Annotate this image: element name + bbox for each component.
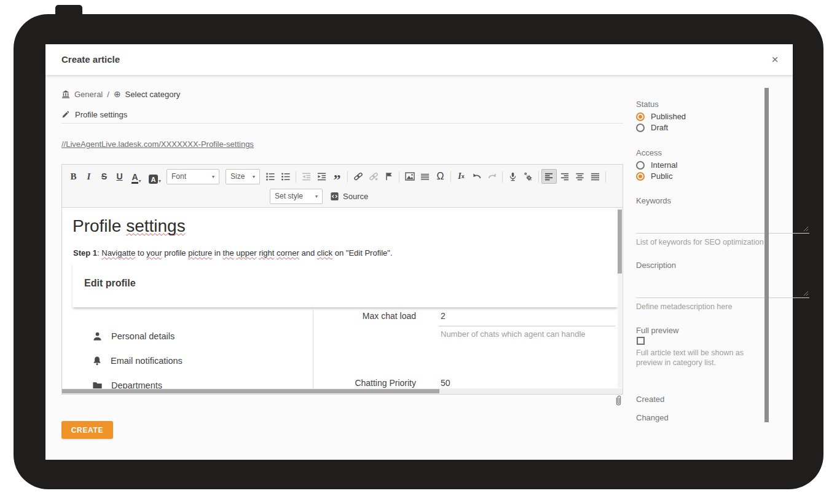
embedded-panel: Personal details Email notifications Dep… [73,307,618,388]
horizontal-rule-icon[interactable] [417,169,433,184]
radio-internal[interactable]: Internal [636,160,677,170]
embedded-header: Edit profile [73,262,618,307]
field-hint: Number of chats which agent can handle [441,329,586,339]
editor-toolbar: B I S U A▾ A▾ Font▾ Size▾ [62,165,623,208]
menu-item-personal-details: Personal details [92,330,175,342]
plus-circle-icon: ⊕ [114,89,121,99]
keywords-label: Keywords [636,196,671,205]
bell-icon [92,356,102,366]
full-preview-hint: Full article text will be shown as previ… [636,348,766,368]
radio-draft[interactable]: Draft [636,122,668,133]
attachment-paperclip-icon[interactable] [614,395,624,406]
person-icon [92,331,103,342]
field-value: 2 [441,311,446,321]
description-input[interactable] [636,271,809,298]
align-center-icon[interactable] [572,169,587,184]
article-title[interactable]: Profile settings [75,110,127,119]
resize-handle-icon[interactable] [803,291,809,296]
pencil-icon [61,111,69,119]
source-code-icon [330,192,339,201]
toolbar-separator [502,171,503,183]
close-icon[interactable]: × [767,52,783,68]
description-label: Description [636,261,676,270]
keywords-input[interactable] [636,207,809,234]
article-title-row: Profile settings [61,109,127,120]
embedded-title: Edit profile [84,278,136,289]
speech-settings-gear-icon[interactable] [521,169,536,184]
editor-vertical-scrollbar[interactable] [618,208,622,388]
article-step-text: Step 1: Navigatte to your profile pictur… [73,248,393,258]
sidebar-scrollbar-thumb[interactable] [764,88,769,422]
toolbar-separator [296,171,296,183]
source-button[interactable]: Source [330,192,368,201]
dialog-header: Create article × [45,44,793,75]
breadcrumb-root[interactable]: General [74,90,103,99]
divider [61,123,623,124]
create-article-dialog: Create article × General / ⊕ Select cate… [45,44,793,460]
bullet-list-icon[interactable] [278,169,293,184]
dialog-title: Create article [61,44,120,75]
description-hint: Define metadescription here [636,302,766,312]
image-icon[interactable] [402,169,417,184]
menu-item-email-notifications: Email notifications [92,355,183,367]
embedded-menu: Personal details Email notifications Dep… [73,307,313,388]
special-char-icon[interactable]: Ω [433,169,448,184]
field-value: 50 [441,378,450,388]
microphone-icon[interactable] [505,169,521,184]
indent-icon[interactable] [314,169,329,184]
radio-unselected-icon [636,161,645,170]
italic-button[interactable]: I [81,169,96,184]
breadcrumb-select-category[interactable]: Select category [125,90,181,99]
editor-horizontal-scrollbar[interactable] [62,388,623,394]
article-url-link[interactable]: //LiveAgentLive.ladesk.com/XXXXXXX-Profi… [61,140,254,149]
access-label: Access [636,148,662,157]
full-preview-checkbox[interactable] [637,337,645,345]
category-icon [61,90,70,98]
field-label: Chatting Priority [313,378,416,388]
folder-icon [92,380,103,389]
redo-icon[interactable] [484,169,500,184]
embedded-screenshot: Edit profile Personal details Email noti… [73,262,618,388]
bold-button[interactable]: B [66,169,81,184]
radio-published[interactable]: Published [636,111,686,122]
ordered-list-icon[interactable] [262,169,278,184]
keywords-hint: List of keywords for SEO optimization [636,237,766,247]
strikethrough-button[interactable]: S [96,169,112,184]
editor-horizontal-scrollbar-thumb[interactable] [62,389,439,393]
breadcrumb: General / ⊕ Select category [61,89,180,100]
size-dropdown[interactable]: Size▾ [226,169,260,184]
link-icon[interactable] [350,169,366,184]
text-color-button[interactable]: A▾ [127,169,146,184]
breadcrumb-separator: / [107,90,109,99]
radio-public[interactable]: Public [636,171,672,181]
toolbar-separator [450,171,451,183]
blockquote-icon[interactable]: ” [329,169,345,184]
editor-vertical-scrollbar-thumb[interactable] [618,210,622,274]
align-right-icon[interactable] [557,169,572,184]
radio-selected-icon [636,172,645,181]
align-justify-icon[interactable] [587,169,603,184]
background-color-button[interactable]: A▾ [146,169,164,184]
create-button[interactable]: CREATE [61,421,113,439]
toolbar-separator [399,171,399,183]
outdent-icon[interactable] [299,169,314,184]
set-style-dropdown[interactable]: Set style▾ [270,189,323,204]
resize-handle-icon[interactable] [803,226,809,232]
toolbar-separator [538,171,539,183]
underline-button[interactable]: U [112,169,127,184]
editor-content[interactable]: Profile settings Step 1: Navigatte to yo… [62,208,623,388]
radio-unselected-icon [636,124,645,132]
menu-item-departments: Departments [92,379,162,388]
remove-format-icon[interactable]: Ix [454,169,469,184]
align-left-icon[interactable] [541,169,557,184]
article-heading: Profile settings [73,216,186,236]
toolbar-separator [347,171,348,183]
font-dropdown[interactable]: Font▾ [167,169,219,184]
field-label: Max chat load [313,311,416,321]
radio-selected-icon [636,112,645,121]
undo-icon[interactable] [469,169,484,184]
unlink-icon[interactable] [366,169,381,184]
anchor-flag-icon[interactable] [381,169,396,184]
field-underline [439,326,615,326]
changed-label: Changed [636,413,669,422]
